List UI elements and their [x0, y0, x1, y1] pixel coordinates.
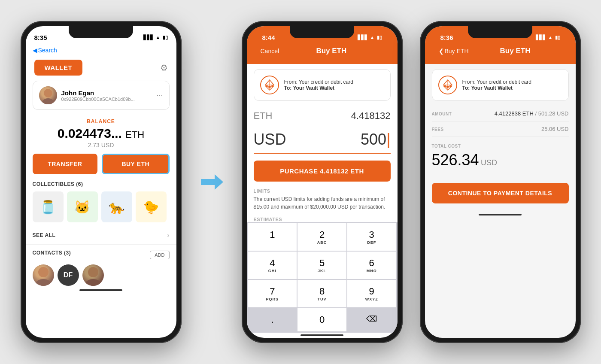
usd-row: USD 500| [254, 126, 391, 154]
contact-avatar-1 [33, 264, 54, 286]
user-card: John Egan 0x922E09Cbb00Ca5CACb1d09b... ·… [33, 81, 170, 110]
contacts-row: DF [33, 264, 170, 286]
wallet-screen: 8:35 ▋▋▋ ▲ ▮▯ ◀ Search WALLET ⚙ [26, 26, 176, 338]
notch-2 [290, 26, 354, 38]
home-indicator-1 [26, 286, 176, 294]
estimates-title: ESTIMATES [254, 217, 391, 222]
wallet-top-bar: WALLET ⚙ [26, 57, 176, 81]
battery-icon-3: ▮▯ [555, 35, 560, 40]
card-info-3: From: Your credit or debit card To: Your… [462, 79, 562, 91]
avatar [39, 86, 57, 104]
collectible-1: 🫙 [33, 191, 64, 222]
buy-eth-button[interactable]: BUY ETH [102, 154, 170, 174]
keypad-row-2: 4GHI 5JKL 6MNO [248, 251, 397, 279]
key-9[interactable]: 9WXYZ [347, 279, 397, 308]
key-1[interactable]: 1 [248, 223, 297, 251]
eth-logo-circle [260, 76, 279, 94]
svg-point-4 [88, 267, 98, 277]
purchase-button[interactable]: PURCHASE 4.418132 ETH [254, 161, 391, 182]
collectible-2: 🐱 [67, 191, 98, 222]
contacts-header: CONTACTS (3) ADD [33, 250, 170, 260]
total-amount: 526.34 [432, 151, 479, 169]
key-5[interactable]: 5JKL [297, 251, 347, 279]
payment-screen: 8:36 ▋▋▋ ▲ ▮▯ ❮ Buy ETH Buy ETH [425, 26, 576, 338]
arrow-head [215, 174, 223, 190]
contacts-title: CONTACTS (3) [33, 250, 71, 256]
amount-row: AMOUNT 4.4122838 ETH / 501.28 USD [432, 106, 569, 121]
time-3: 8:36 [440, 34, 453, 41]
buy-screen: 8:44 ▋▋▋ ▲ ▮▯ Cancel Buy ETH [247, 26, 398, 338]
key-4[interactable]: 4GHI [248, 251, 297, 279]
key-2[interactable]: 2ABC [297, 223, 347, 251]
keypad-row-1: 1 2ABC 3DEF [248, 223, 397, 251]
wifi-icon-3: ▲ [548, 35, 553, 40]
balance-amount: 0.024473... ETH [33, 126, 170, 141]
amount-label: AMOUNT [432, 112, 452, 116]
card-from-3: From: Your credit or debit card [462, 79, 562, 85]
notch-3 [468, 26, 532, 38]
key-delete[interactable]: ⌫ [347, 308, 397, 332]
wifi-icon: ▲ [156, 35, 161, 40]
collectible-3: 🐆 [101, 191, 132, 222]
buy-card: From: Your credit or debit card To: Your… [254, 69, 391, 101]
see-all-row[interactable]: SEE ALL › [26, 226, 176, 244]
key-3[interactable]: 3DEF [347, 223, 397, 251]
phone-payment: 8:36 ▋▋▋ ▲ ▮▯ ❮ Buy ETH Buy ETH [420, 21, 581, 343]
card-to-3: To: Your Vault Wallet [462, 85, 562, 91]
amount-value: 4.4122838 ETH / 501.28 USD [495, 110, 569, 117]
eth-logo-circle-3 [438, 76, 457, 94]
balance-section: BALANCE 0.024473... ETH 2.73 USD [26, 115, 176, 154]
status-icons-1: ▋▋▋ ▲ ▮▯ [143, 35, 168, 40]
svg-point-1 [42, 98, 54, 104]
fees-row: FEES 25.06 USD [432, 121, 569, 137]
cursor: | [386, 130, 390, 148]
key-6[interactable]: 6MNO [347, 251, 397, 279]
key-0[interactable]: 0 [297, 308, 347, 332]
collectibles-title: COLLECTIBLES (6) [33, 181, 170, 187]
key-7[interactable]: 7PQRS [248, 279, 297, 308]
eth-logo [264, 79, 276, 91]
arrow [201, 176, 222, 188]
home-indicator-2 [247, 333, 398, 338]
back-search-1[interactable]: ◀ Search [33, 47, 57, 54]
key-dot[interactable]: . [248, 308, 297, 332]
battery-icon: ▮▯ [163, 35, 168, 40]
gear-icon[interactable]: ⚙ [160, 63, 168, 73]
eth-row: ETH 4.418132 [254, 106, 391, 126]
user-addr: 0x922E09Cbb00Ca5CACb1d09b... [61, 97, 152, 102]
time-1: 8:35 [34, 34, 47, 41]
status-icons-2: ▋▋▋ ▲ ▮▯ [358, 35, 382, 40]
nav-bar-2: Cancel Buy ETH [254, 45, 391, 59]
status-icons-3: ▋▋▋ ▲ ▮▯ [536, 35, 560, 40]
fees-value: 25.06 USD [541, 126, 569, 132]
svg-point-5 [85, 279, 101, 286]
key-8[interactable]: 8TUV [297, 279, 347, 308]
svg-point-2 [38, 267, 49, 277]
more-options-icon[interactable]: ··· [156, 91, 163, 100]
usd-amount: 500| [361, 130, 390, 149]
user-name: John Egan [61, 89, 152, 97]
home-indicator-3 [425, 210, 576, 219]
limits-title: LIMITS [254, 188, 391, 194]
detail-rows: AMOUNT 4.4122838 ETH / 501.28 USD FEES 2… [432, 106, 569, 137]
signal-icon-3: ▋▋▋ [536, 35, 546, 40]
continue-button[interactable]: CONTINUE TO PAYMENT DETAILS [432, 183, 569, 203]
card-info: From: Your credit or debit card To: Your… [284, 79, 384, 91]
keypad-row-4: . 0 ⌫ [248, 308, 397, 332]
user-info: John Egan 0x922E09Cbb00Ca5CACb1d09b... [61, 89, 152, 102]
eth-label: ETH [254, 110, 273, 121]
action-buttons: TRANSFER BUY ETH [26, 154, 176, 181]
cancel-btn[interactable]: Cancel [261, 48, 279, 55]
total-amount-display: 526.34 USD [432, 151, 569, 169]
signal-icon-2: ▋▋▋ [358, 35, 368, 40]
limits-text: The current USD limits for adding funds … [254, 195, 391, 211]
back-buy-eth[interactable]: ❮ Buy ETH [439, 48, 469, 55]
transfer-button[interactable]: TRANSFER [33, 154, 98, 174]
wallet-button[interactable]: WALLET [34, 60, 83, 76]
see-all-label: SEE ALL [33, 232, 56, 238]
nav-bar-1: ◀ Search [26, 45, 176, 57]
contact-avatar-2: DF [58, 264, 79, 286]
chevron-right-icon: › [167, 231, 169, 239]
add-contact-button[interactable]: ADD [150, 251, 169, 259]
time-2: 8:44 [262, 34, 275, 41]
